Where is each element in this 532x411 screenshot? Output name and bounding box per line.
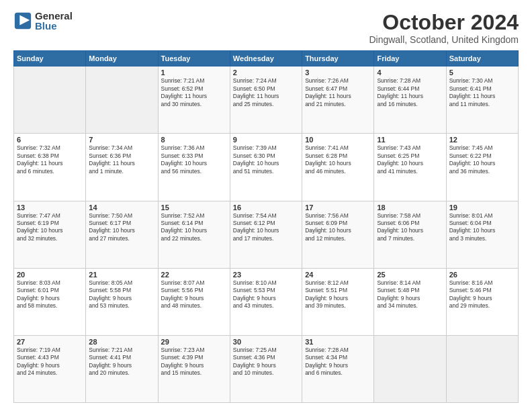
day-info: Sunrise: 7:30 AM Sunset: 6:41 PM Dayligh… (449, 77, 515, 108)
day-number: 1 (161, 68, 227, 77)
table-row: 3Sunrise: 7:26 AM Sunset: 6:47 PM Daylig… (302, 66, 374, 134)
table-row: 2Sunrise: 7:24 AM Sunset: 6:50 PM Daylig… (230, 66, 302, 134)
table-row: 13Sunrise: 7:47 AM Sunset: 6:19 PM Dayli… (14, 201, 86, 268)
table-row: 8Sunrise: 7:36 AM Sunset: 6:33 PM Daylig… (158, 134, 230, 201)
table-row (446, 335, 518, 402)
day-info: Sunrise: 7:34 AM Sunset: 6:36 PM Dayligh… (89, 144, 154, 175)
day-info: Sunrise: 8:07 AM Sunset: 5:56 PM Dayligh… (161, 279, 227, 310)
table-row: 31Sunrise: 7:28 AM Sunset: 4:34 PM Dayli… (302, 335, 374, 402)
day-number: 26 (449, 271, 515, 279)
day-number: 29 (161, 338, 227, 346)
day-number: 2 (233, 68, 299, 77)
day-info: Sunrise: 7:25 AM Sunset: 4:36 PM Dayligh… (233, 347, 299, 377)
day-number: 15 (161, 203, 227, 212)
table-row: 22Sunrise: 8:07 AM Sunset: 5:56 PM Dayli… (158, 268, 230, 335)
day-number: 25 (377, 271, 443, 279)
header-friday: Friday (374, 51, 446, 66)
day-number: 8 (161, 136, 227, 144)
day-number: 27 (17, 338, 83, 346)
day-info: Sunrise: 7:45 AM Sunset: 6:22 PM Dayligh… (449, 144, 515, 175)
day-info: Sunrise: 7:28 AM Sunset: 4:34 PM Dayligh… (305, 347, 371, 377)
day-number: 17 (305, 203, 371, 212)
table-row: 27Sunrise: 7:19 AM Sunset: 4:43 PM Dayli… (14, 335, 86, 402)
table-row: 9Sunrise: 7:39 AM Sunset: 6:30 PM Daylig… (230, 134, 302, 201)
logo-icon (13, 11, 32, 30)
day-number: 13 (17, 203, 83, 212)
day-info: Sunrise: 8:03 AM Sunset: 6:01 PM Dayligh… (17, 279, 83, 310)
logo: General Blue (13, 11, 73, 31)
day-number: 24 (305, 271, 371, 279)
calendar-week-row: 13Sunrise: 7:47 AM Sunset: 6:19 PM Dayli… (14, 201, 519, 268)
day-info: Sunrise: 7:56 AM Sunset: 6:09 PM Dayligh… (305, 212, 371, 243)
day-info: Sunrise: 7:36 AM Sunset: 6:33 PM Dayligh… (161, 144, 227, 175)
day-number: 6 (17, 136, 83, 144)
header-saturday: Saturday (446, 51, 518, 66)
day-info: Sunrise: 7:21 AM Sunset: 6:52 PM Dayligh… (161, 77, 227, 108)
location-title: Dingwall, Scotland, United Kingdom (369, 34, 519, 45)
day-info: Sunrise: 7:41 AM Sunset: 6:28 PM Dayligh… (305, 144, 371, 175)
calendar-table: Sunday Monday Tuesday Wednesday Thursday… (13, 50, 519, 403)
table-row: 5Sunrise: 7:30 AM Sunset: 6:41 PM Daylig… (446, 66, 518, 134)
day-number: 22 (161, 271, 227, 279)
table-row: 21Sunrise: 8:05 AM Sunset: 5:58 PM Dayli… (86, 268, 158, 335)
day-number: 4 (377, 68, 443, 77)
day-number: 12 (449, 136, 515, 144)
day-number: 19 (449, 203, 515, 212)
day-number: 7 (89, 136, 154, 144)
day-number: 3 (305, 68, 371, 77)
table-row: 6Sunrise: 7:32 AM Sunset: 6:38 PM Daylig… (14, 134, 86, 201)
header-monday: Monday (86, 51, 158, 66)
day-info: Sunrise: 8:12 AM Sunset: 5:51 PM Dayligh… (305, 279, 371, 310)
header: General Blue October 2024 Dingwall, Scot… (13, 11, 519, 45)
calendar-week-row: 1Sunrise: 7:21 AM Sunset: 6:52 PM Daylig… (14, 66, 519, 134)
header-wednesday: Wednesday (230, 51, 302, 66)
table-row: 25Sunrise: 8:14 AM Sunset: 5:48 PM Dayli… (374, 268, 446, 335)
table-row: 29Sunrise: 7:23 AM Sunset: 4:39 PM Dayli… (158, 335, 230, 402)
day-info: Sunrise: 7:47 AM Sunset: 6:19 PM Dayligh… (17, 212, 83, 243)
table-row: 11Sunrise: 7:43 AM Sunset: 6:25 PM Dayli… (374, 134, 446, 201)
day-info: Sunrise: 7:54 AM Sunset: 6:12 PM Dayligh… (233, 212, 299, 243)
table-row: 24Sunrise: 8:12 AM Sunset: 5:51 PM Dayli… (302, 268, 374, 335)
table-row: 28Sunrise: 7:21 AM Sunset: 4:41 PM Dayli… (86, 335, 158, 402)
logo-blue: Blue (35, 21, 73, 31)
table-row: 14Sunrise: 7:50 AM Sunset: 6:17 PM Dayli… (86, 201, 158, 268)
day-info: Sunrise: 8:10 AM Sunset: 5:53 PM Dayligh… (233, 279, 299, 310)
day-info: Sunrise: 7:28 AM Sunset: 6:44 PM Dayligh… (377, 77, 443, 108)
day-info: Sunrise: 7:21 AM Sunset: 4:41 PM Dayligh… (89, 347, 154, 377)
day-info: Sunrise: 7:24 AM Sunset: 6:50 PM Dayligh… (233, 77, 299, 108)
table-row: 16Sunrise: 7:54 AM Sunset: 6:12 PM Dayli… (230, 201, 302, 268)
day-info: Sunrise: 7:52 AM Sunset: 6:14 PM Dayligh… (161, 212, 227, 243)
table-row (374, 335, 446, 402)
header-thursday: Thursday (302, 51, 374, 66)
table-row: 23Sunrise: 8:10 AM Sunset: 5:53 PM Dayli… (230, 268, 302, 335)
day-number: 18 (377, 203, 443, 212)
day-info: Sunrise: 7:50 AM Sunset: 6:17 PM Dayligh… (89, 212, 154, 243)
table-row (14, 66, 86, 134)
table-row: 15Sunrise: 7:52 AM Sunset: 6:14 PM Dayli… (158, 201, 230, 268)
day-number: 14 (89, 203, 154, 212)
table-row: 10Sunrise: 7:41 AM Sunset: 6:28 PM Dayli… (302, 134, 374, 201)
calendar-week-row: 27Sunrise: 7:19 AM Sunset: 4:43 PM Dayli… (14, 335, 519, 402)
table-row: 4Sunrise: 7:28 AM Sunset: 6:44 PM Daylig… (374, 66, 446, 134)
day-info: Sunrise: 8:16 AM Sunset: 5:46 PM Dayligh… (449, 279, 515, 310)
calendar-week-row: 6Sunrise: 7:32 AM Sunset: 6:38 PM Daylig… (14, 134, 519, 201)
day-number: 28 (89, 338, 154, 346)
day-info: Sunrise: 8:14 AM Sunset: 5:48 PM Dayligh… (377, 279, 443, 310)
day-info: Sunrise: 7:43 AM Sunset: 6:25 PM Dayligh… (377, 144, 443, 175)
day-info: Sunrise: 7:39 AM Sunset: 6:30 PM Dayligh… (233, 144, 299, 175)
day-info: Sunrise: 7:26 AM Sunset: 6:47 PM Dayligh… (305, 77, 371, 108)
calendar-header-row: Sunday Monday Tuesday Wednesday Thursday… (14, 51, 519, 66)
day-number: 30 (233, 338, 299, 346)
day-number: 31 (305, 338, 371, 346)
logo-text: General Blue (35, 11, 73, 31)
day-number: 5 (449, 68, 515, 77)
table-row: 30Sunrise: 7:25 AM Sunset: 4:36 PM Dayli… (230, 335, 302, 402)
table-row: 1Sunrise: 7:21 AM Sunset: 6:52 PM Daylig… (158, 66, 230, 134)
day-info: Sunrise: 7:58 AM Sunset: 6:06 PM Dayligh… (377, 212, 443, 243)
day-info: Sunrise: 7:19 AM Sunset: 4:43 PM Dayligh… (17, 347, 83, 377)
table-row: 17Sunrise: 7:56 AM Sunset: 6:09 PM Dayli… (302, 201, 374, 268)
day-info: Sunrise: 7:32 AM Sunset: 6:38 PM Dayligh… (17, 144, 83, 175)
calendar-week-row: 20Sunrise: 8:03 AM Sunset: 6:01 PM Dayli… (14, 268, 519, 335)
day-number: 20 (17, 271, 83, 279)
table-row: 19Sunrise: 8:01 AM Sunset: 6:04 PM Dayli… (446, 201, 518, 268)
